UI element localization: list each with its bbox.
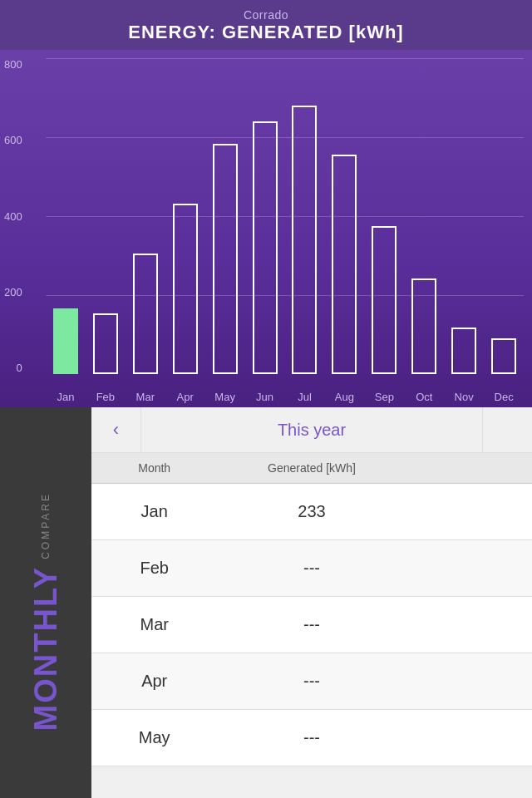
y-label-800: 800 [4, 58, 22, 71]
y-label-200: 200 [4, 286, 22, 298]
cell-month-apr: Apr [91, 672, 217, 691]
bar-mar [133, 254, 158, 374]
y-label-400: 400 [4, 210, 22, 223]
bar-group-jan [46, 308, 86, 374]
cell-value-apr: --- [217, 672, 406, 691]
bar-group-sep [364, 226, 404, 374]
bar-group-apr [165, 204, 205, 374]
table-row: Mar--- [91, 597, 532, 653]
x-label-feb: Feb [86, 391, 126, 403]
x-label-apr: Apr [165, 391, 205, 403]
bar-group-aug [324, 155, 364, 374]
x-axis-labels: JanFebMarAprMayJunJulAugSepOctNovDec [46, 391, 524, 403]
bar-oct [411, 278, 436, 375]
bar-jul [292, 106, 317, 374]
table-row: Apr--- [91, 653, 532, 710]
col-header-month: Month [91, 461, 217, 475]
bar-group-mar [126, 254, 165, 374]
bar-jun [253, 121, 278, 374]
header-subtitle: Corrado [0, 8, 532, 22]
bars-area [46, 58, 524, 374]
data-table: Month Generated [kWh] Jan233Feb---Mar---… [91, 453, 532, 798]
bar-group-jun [245, 121, 285, 374]
bar-may [213, 144, 238, 374]
x-label-mar: Mar [126, 391, 165, 403]
bar-group-may [205, 144, 245, 374]
x-label-jun: Jun [245, 391, 285, 403]
bar-group-jul [285, 106, 325, 374]
x-label-sep: Sep [364, 391, 404, 403]
cell-value-jan: 233 [217, 502, 406, 521]
bar-group-dec [484, 338, 524, 374]
header-title: ENERGY: GENERATED [kWh] [0, 22, 532, 43]
y-label-600: 600 [4, 134, 22, 146]
cell-month-may: May [91, 728, 217, 747]
bar-group-feb [86, 313, 126, 374]
y-label-0: 0 [16, 362, 22, 374]
table-row: May--- [91, 710, 532, 766]
x-label-oct: Oct [404, 391, 444, 403]
bar-nov [451, 328, 476, 374]
x-label-dec: Dec [484, 391, 524, 403]
nav-title: This year [141, 421, 482, 440]
bar-group-nov [444, 328, 484, 374]
cell-month-jan: Jan [91, 502, 217, 521]
x-label-jul: Jul [285, 391, 325, 403]
x-label-nov: Nov [444, 391, 484, 403]
sidebar: COMPARE MONTHLY ⚙ ⚙ [0, 407, 91, 798]
table-row: Jan233 [91, 484, 532, 540]
chart-container: 800 600 400 200 0 JanFebMarAprMayJunJulA… [0, 50, 532, 407]
bar-jan [53, 308, 78, 374]
col-header-generated: Generated [kWh] [217, 461, 406, 475]
bar-sep [372, 226, 397, 374]
cell-value-mar: --- [217, 615, 406, 634]
chart-inner: 800 600 400 200 0 JanFebMarAprMayJunJulA… [46, 58, 524, 374]
table-header: Month Generated [kWh] [91, 453, 532, 484]
cell-month-mar: Mar [91, 615, 217, 634]
main-content: ‹ This year Month Generated [kWh] Jan233… [91, 407, 532, 798]
bar-apr [173, 204, 198, 374]
bar-group-oct [404, 278, 444, 375]
bar-feb [93, 313, 118, 374]
cell-value-may: --- [217, 728, 406, 747]
bar-dec [491, 338, 516, 374]
cell-month-feb: Feb [91, 559, 217, 578]
col-header-empty [406, 461, 532, 475]
table-row: Feb--- [91, 540, 532, 597]
bar-aug [332, 155, 357, 374]
y-axis-labels: 800 600 400 200 0 [4, 58, 22, 374]
nav-back-button[interactable]: ‹ [91, 407, 141, 452]
monthly-label: MONTHLY [28, 566, 64, 731]
nav-bar: ‹ This year [91, 407, 532, 453]
sidebar-text: COMPARE MONTHLY [28, 420, 64, 798]
nav-forward-button[interactable] [482, 407, 532, 452]
x-label-aug: Aug [324, 391, 364, 403]
cell-value-feb: --- [217, 559, 406, 578]
compare-label: COMPARE [40, 492, 52, 559]
x-label-may: May [205, 391, 245, 403]
x-label-jan: Jan [46, 391, 86, 403]
app-header: Corrado ENERGY: GENERATED [kWh] [0, 0, 532, 50]
bottom-section: COMPARE MONTHLY ⚙ ⚙ ‹ This year Month Ge… [0, 407, 532, 798]
table-rows: Jan233Feb---Mar---Apr---May--- [91, 484, 532, 766]
